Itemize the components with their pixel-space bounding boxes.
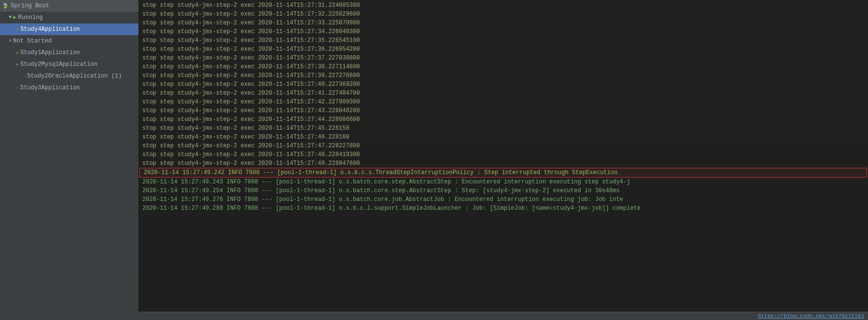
url-link[interactable]: https://blog.csdn.net/a1879272183	[758, 313, 864, 319]
sidebar-group-running[interactable]: ▼ ▶ Running	[0, 12, 138, 23]
console-output[interactable]: stop step study4-jmx-step-2 exec 2020-11…	[138, 0, 868, 312]
log-line: stop step study4-jmx-step-2 exec 2020-11…	[138, 80, 868, 89]
log-line: stop step study4-jmx-step-2 exec 2020-11…	[138, 19, 868, 27]
log-line: stop step study4-jmx-step-2 exec 2020-11…	[138, 124, 868, 133]
log-line: stop step study4-jmx-step-2 exec 2020-11…	[138, 1, 868, 10]
sidebar: 🍃 Spring Boot ▼ ▶ Running ✦ Study4Applic…	[0, 0, 138, 320]
sidebar-item-study1application[interactable]: ✦ Study1Application	[0, 47, 138, 59]
main-panel: stop step study4-jmx-step-2 exec 2020-11…	[138, 0, 868, 320]
sidebar-group-not-started[interactable]: ✗ Not Started	[0, 35, 138, 47]
log-line: stop step study4-jmx-step-2 exec 2020-11…	[138, 27, 868, 36]
info-log-line: 2020-11-14 15:27:49.243 INFO 7808 --- [p…	[138, 178, 868, 186]
log-line: stop step study4-jmx-step-2 exec 2020-11…	[138, 54, 868, 62]
sidebar-group-not-started-label: Not Started	[13, 36, 52, 46]
arrow-down-icon: ▼	[9, 13, 12, 22]
app-green-icon: ✦	[16, 24, 19, 34]
info-log-lines: 2020-11-14 15:27:49.243 INFO 7808 --- [p…	[138, 178, 868, 213]
log-line: stop step study4-jmx-step-2 exec 2020-11…	[138, 106, 868, 115]
sidebar-item-study3application-label: Study3Application	[20, 83, 80, 93]
log-line: stop step study4-jmx-step-2 exec 2020-11…	[138, 10, 868, 19]
log-line: stop step study4-jmx-step-2 exec 2020-11…	[138, 141, 868, 150]
log-line: stop step study4-jmx-step-2 exec 2020-11…	[138, 45, 868, 54]
app-icon-3: ◦	[22, 71, 26, 81]
app-icon-2: ✦	[16, 60, 19, 69]
log-line: stop step study4-jmx-step-2 exec 2020-11…	[138, 115, 868, 124]
sidebar-spring-boot[interactable]: 🍃 Spring Boot	[0, 0, 138, 12]
log-line: stop step study4-jmx-step-2 exec 2020-11…	[138, 159, 868, 168]
log-line: stop step study4-jmx-step-2 exec 2020-11…	[138, 36, 868, 45]
regular-log-lines: stop step study4-jmx-step-2 exec 2020-11…	[138, 1, 868, 168]
sidebar-item-study1application-label: Study1Application	[20, 48, 80, 58]
leaf-icon: 🍃	[2, 1, 9, 11]
sidebar-spring-boot-label: Spring Boot	[11, 1, 49, 11]
sidebar-item-study4application[interactable]: ✦ Study4Application	[0, 23, 138, 35]
sidebar-item-study2oracleapplication[interactable]: ◦ Study2OracleApplication (1)	[0, 70, 138, 82]
arrow-right-icon: ✗	[9, 36, 12, 46]
sidebar-item-study2mysqlapplication-label: Study2MysqlApplication	[20, 60, 97, 69]
status-bar: https://blog.csdn.net/a1879272183	[138, 312, 868, 320]
sidebar-item-study2oracleapplication-label: Study2OracleApplication (1)	[27, 71, 122, 81]
sidebar-item-study2mysqlapplication[interactable]: ✦ Study2MysqlApplication	[0, 59, 138, 70]
log-line: stop step study4-jmx-step-2 exec 2020-11…	[138, 150, 868, 159]
log-line: stop step study4-jmx-step-2 exec 2020-11…	[138, 89, 868, 98]
sidebar-item-study4application-label: Study4Application	[20, 24, 80, 34]
sidebar-item-study3application[interactable]: ◦ Study3Application	[0, 82, 138, 94]
app-icon-1: ✦	[16, 48, 19, 58]
app-icon-4: ◦	[16, 83, 19, 93]
log-line: stop step study4-jmx-step-2 exec 2020-11…	[138, 133, 868, 141]
log-line: stop step study4-jmx-step-2 exec 2020-11…	[138, 98, 868, 106]
log-line: stop step study4-jmx-step-2 exec 2020-11…	[138, 62, 868, 71]
log-line: stop step study4-jmx-step-2 exec 2020-11…	[138, 71, 868, 80]
sidebar-group-running-label: Running	[18, 13, 42, 22]
info-log-line: 2020-11-14 15:27:49.276 INFO 7808 --- [p…	[138, 195, 868, 204]
highlighted-log-line: 2020-11-14 15:27:49.242 INFO 7808 --- [p…	[139, 168, 867, 178]
info-log-line: 2020-11-14 15:27:49.288 INFO 7808 --- [p…	[138, 204, 868, 213]
info-log-line: 2020-11-14 15:27:49.254 INFO 7808 --- [p…	[138, 186, 868, 195]
run-icon: ▶	[13, 13, 17, 22]
